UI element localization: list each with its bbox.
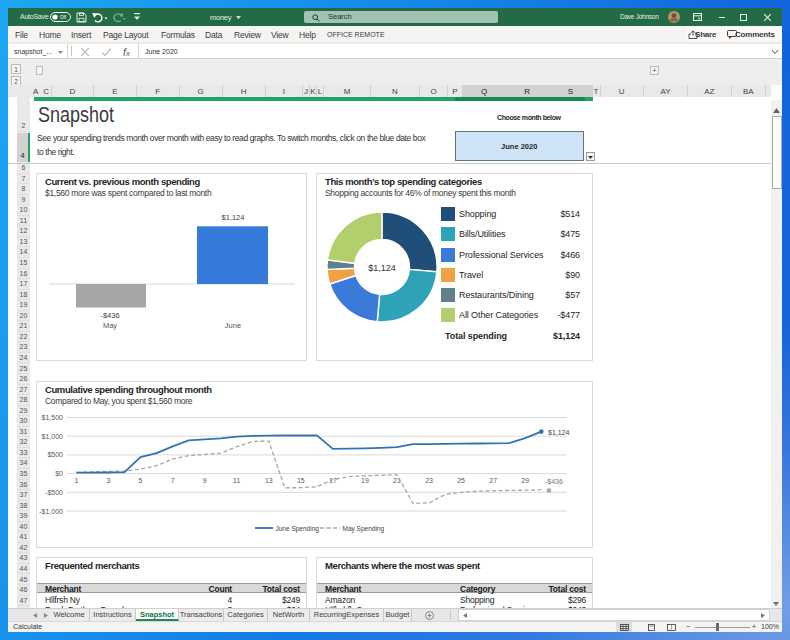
svg-text:29: 29 [521,477,529,484]
svg-text:-$500: -$500 [45,489,63,496]
svg-text:$500: $500 [47,451,63,458]
svg-text:$1,124: $1,124 [548,429,570,436]
svg-text:$0: $0 [55,470,63,477]
svg-text:7: 7 [171,477,175,484]
svg-text:23: 23 [425,477,433,484]
svg-text:3: 3 [107,477,111,484]
svg-text:$1,000: $1,000 [42,433,64,440]
svg-text:15: 15 [297,477,305,484]
svg-text:June: June [225,321,241,330]
svg-text:June Spending: June Spending [276,525,320,533]
svg-text:11: 11 [233,477,240,484]
svg-text:5: 5 [139,477,143,484]
svg-text:9: 9 [203,477,207,484]
svg-text:$1,500: $1,500 [42,414,64,421]
svg-text:$1,124: $1,124 [222,213,245,222]
svg-text:-$436: -$436 [545,478,563,485]
svg-text:25: 25 [457,477,465,484]
svg-text:Off: Off [60,15,67,20]
svg-text:19: 19 [361,477,369,484]
svg-text:-$436: -$436 [100,311,119,320]
svg-text:May Spending: May Spending [343,525,385,533]
svg-text:$1,124: $1,124 [368,263,396,273]
svg-text:27: 27 [489,477,497,484]
svg-text:May: May [103,321,117,330]
svg-text:-$1,000: -$1,000 [39,508,63,515]
svg-text:1: 1 [74,477,78,484]
svg-text:13: 13 [265,477,273,484]
